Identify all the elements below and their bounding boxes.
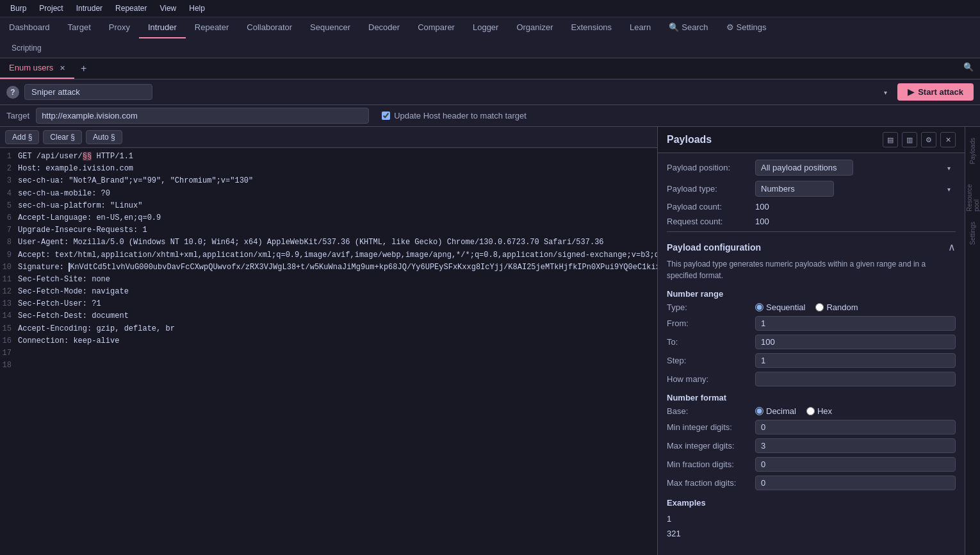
table-row: 13 Sec-Fetch-User: ?1 [0, 298, 657, 310]
sidebar-settings-label: Settings [969, 222, 976, 245]
payload-config-title: Payload configuration [667, 242, 761, 253]
tab-scripting[interactable]: Scripting [5, 41, 48, 55]
max-int-digits-input[interactable] [755, 438, 956, 453]
add-tab-button[interactable]: + [74, 58, 93, 79]
code-editor[interactable]: 1 GET /api/user/§§ HTTP/1.1 2 Host: exam… [0, 148, 657, 555]
attack-type-select[interactable]: Sniper attack Battering ram Pitchfork Cl… [24, 84, 152, 100]
tab-comparer[interactable]: Comparer [409, 17, 464, 38]
request-count-label: Request count: [667, 217, 750, 226]
close-subtab-icon[interactable]: ✕ [60, 64, 65, 72]
decimal-radio-label[interactable]: Decimal [755, 406, 796, 416]
panel-close-button[interactable]: ✕ [940, 132, 956, 147]
tab-intruder[interactable]: Intruder [139, 17, 186, 38]
tab-proxy[interactable]: Proxy [100, 17, 139, 38]
target-label: Target [6, 111, 29, 120]
sequential-radio[interactable] [755, 303, 764, 311]
add-marker-button[interactable]: Add § [5, 130, 39, 144]
step-input[interactable] [755, 353, 956, 368]
subtab-search-icon[interactable]: 🔍 [957, 58, 980, 79]
start-attack-button[interactable]: ▶ ▶ Start attack Start attack [897, 83, 974, 101]
search-icon: 🔍 [669, 22, 679, 32]
sidebar-resource-pool-tab[interactable]: Resource pool [967, 173, 979, 211]
examples-section: Examples 1 321 [667, 498, 956, 542]
payload-position-select-wrapper: All payload positions Position 1 [755, 160, 956, 176]
sidebar-payloads-tab[interactable]: Payloads [967, 132, 979, 170]
main-content: ? Sniper attack Battering ram Pitchfork … [0, 79, 980, 555]
to-input[interactable] [755, 335, 956, 349]
panel-split-right-button[interactable]: ▥ [902, 132, 917, 147]
update-host-checkbox[interactable] [382, 112, 390, 120]
payload-count-row: Payload count: 100 [667, 202, 956, 211]
table-row: 12 Sec-Fetch-Mode: navigate [0, 286, 657, 298]
menu-project[interactable]: Project [33, 1, 69, 15]
tab-repeater[interactable]: Repeater [186, 17, 238, 38]
payload-marker: §§ [83, 152, 92, 161]
table-row: 2 Host: example.ivision.com [0, 163, 657, 175]
table-row: 11 Sec-Fetch-Site: none [0, 274, 657, 286]
to-label: To: [667, 337, 750, 347]
hex-radio[interactable] [806, 407, 815, 415]
attack-bar: ? Sniper attack Battering ram Pitchfork … [0, 79, 980, 105]
examples-title: Examples [667, 498, 956, 508]
attack-type-wrapper: Sniper attack Battering ram Pitchfork Cl… [24, 84, 892, 100]
table-row: 1 GET /api/user/§§ HTTP/1.1 [0, 151, 657, 163]
sequential-radio-label[interactable]: Sequential [755, 302, 805, 312]
how-many-input[interactable] [755, 372, 956, 386]
sub-tab-bar: Enum users ✕ + 🔍 [0, 58, 980, 79]
divider [667, 231, 956, 232]
min-frac-digits-input[interactable] [755, 457, 956, 472]
random-radio-label[interactable]: Random [815, 302, 858, 312]
menu-intruder[interactable]: Intruder [70, 1, 109, 15]
payload-config-desc: This payload type generates numeric payl… [667, 258, 956, 281]
table-row: 18 [0, 360, 657, 372]
table-row: 17 [0, 347, 657, 360]
tab-target[interactable]: Target [59, 17, 100, 38]
payload-type-row: Payload type: Numbers Simple list Runtim… [667, 181, 956, 197]
payload-type-label: Payload type: [667, 184, 750, 194]
example-value-2: 321 [667, 526, 956, 541]
menu-burp[interactable]: Burp [4, 1, 33, 15]
hex-radio-label[interactable]: Hex [806, 406, 832, 416]
random-radio[interactable] [815, 303, 824, 311]
table-row: 7 Upgrade-Insecure-Requests: 1 [0, 224, 657, 236]
scripting-tab-row: Scripting [0, 38, 980, 58]
help-button[interactable]: ? [6, 86, 19, 99]
tab-organizer[interactable]: Organizer [507, 17, 562, 38]
menu-help[interactable]: Help [183, 1, 211, 15]
collapse-config-button[interactable]: ∧ [948, 241, 956, 253]
update-host-checkbox-label[interactable]: Update Host header to match target [382, 111, 527, 120]
table-row: 15 Accept-Encoding: gzip, deflate, br [0, 323, 657, 335]
payload-type-select[interactable]: Numbers Simple list Runtime file Custom … [755, 181, 834, 197]
sidebar-settings-tab[interactable]: Settings [967, 214, 979, 253]
tab-settings[interactable]: ⚙ Settings [717, 17, 776, 38]
subtab-enum-users[interactable]: Enum users ✕ [0, 58, 74, 79]
tab-sequencer[interactable]: Sequencer [301, 17, 359, 38]
max-int-digits-row: Max integer digits: [667, 438, 956, 453]
cursor [69, 263, 70, 272]
tab-extensions[interactable]: Extensions [562, 17, 621, 38]
min-int-digits-input[interactable] [755, 420, 956, 435]
max-frac-digits-input[interactable] [755, 476, 956, 490]
table-row: 14 Sec-Fetch-Dest: document [0, 310, 657, 322]
clear-marker-button[interactable]: Clear § [43, 130, 82, 144]
tab-collaborator[interactable]: Collaborator [238, 17, 301, 38]
editor-toolbar: Add § Clear § Auto § [0, 127, 657, 148]
from-input[interactable] [755, 316, 956, 331]
tab-learn[interactable]: Learn [621, 17, 660, 38]
payload-type-select-wrapper: Numbers Simple list Runtime file Custom … [755, 181, 956, 197]
decimal-radio[interactable] [755, 407, 764, 415]
sidebar-payloads-label: Payloads [969, 138, 976, 164]
tab-decoder[interactable]: Decoder [359, 17, 409, 38]
panel-settings-button[interactable]: ⚙ [921, 132, 936, 147]
auto-marker-button[interactable]: Auto § [86, 130, 122, 144]
tab-search[interactable]: 🔍 Search [660, 17, 717, 38]
payload-count-value: 100 [755, 202, 769, 211]
panel-split-left-button[interactable]: ▤ [883, 132, 898, 147]
target-url-input[interactable] [36, 108, 369, 124]
payload-config-section-header: Payload configuration ∧ [667, 241, 956, 253]
menu-repeater[interactable]: Repeater [109, 1, 153, 15]
menu-view[interactable]: View [153, 1, 183, 15]
tab-dashboard[interactable]: Dashboard [0, 17, 59, 38]
payload-position-select[interactable]: All payload positions Position 1 [755, 160, 853, 176]
tab-logger[interactable]: Logger [464, 17, 507, 38]
